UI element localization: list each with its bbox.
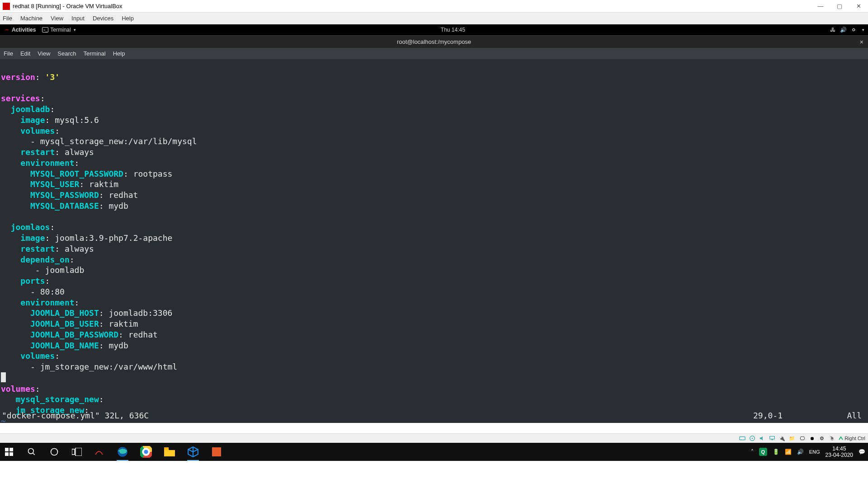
yaml-key: environment [20,298,74,307]
host-gap [0,423,868,433]
taskbar-app-chrome[interactable] [139,445,153,459]
svg-rect-7 [9,452,13,456]
tray-app-icon[interactable]: Q [759,448,767,456]
vb-network-icon[interactable] [769,435,776,442]
svg-point-9 [51,449,58,455]
cortana-button[interactable] [48,446,61,458]
yaml-env-key: JOOMLA_DB_NAME [30,341,99,350]
yaml-key: depends_on [20,255,69,264]
yaml-key: services [1,94,40,103]
yaml-value: '3' [45,72,60,82]
svg-rect-10 [72,449,75,455]
yaml-key: environment [20,158,74,168]
yaml-value: raktim [89,179,118,189]
tray-chevron-up-icon[interactable]: ˄ [751,449,754,455]
taskbar-app-generic[interactable] [92,445,106,459]
vb-menu-machine[interactable]: Machine [20,15,42,22]
svg-rect-4 [5,448,9,451]
yaml-env-key: JOOMLA_DB_USER [30,319,99,328]
virtualbox-logo-icon [3,3,10,10]
term-menu-terminal[interactable]: Terminal [84,50,106,57]
current-app-terminal[interactable]: >_ Terminal ▾ [42,27,75,33]
vb-menu-file[interactable]: File [3,15,12,22]
vb-recording-icon[interactable]: ⏺ [808,435,816,442]
vb-mouse-icon[interactable]: 🖱 [828,435,835,442]
yaml-service-name: joomladb [11,104,50,114]
vb-optical-icon[interactable] [749,435,756,442]
minimize-icon[interactable]: — [817,3,824,9]
redhat-logo-icon [4,27,10,33]
activities-button[interactable]: Activities [12,27,36,33]
taskbar-app-file-explorer[interactable] [163,445,176,459]
vb-display-icon[interactable]: 🖵 [798,435,806,442]
close-icon[interactable]: ✕ [855,3,862,9]
yaml-value: always [65,147,94,157]
vb-menu-view[interactable]: View [51,15,63,22]
term-menu-help[interactable]: Help [113,50,125,57]
vb-hdd-icon[interactable] [739,435,746,442]
virtualbox-window-title: redhat 8 [Running] - Oracle VM VirtualBo… [13,3,817,9]
svg-rect-20 [212,447,221,456]
gnome-clock[interactable]: Thu 14:45 [76,27,830,33]
gnome-top-bar: Activities >_ Terminal ▾ Thu 14:45 🖧 🔊 ⭘… [0,24,868,35]
windows-search-button[interactable] [25,446,38,458]
taskbar-app-virtualbox[interactable] [186,445,200,459]
yaml-env-key: MYSQL_ROOT_PASSWORD [30,169,123,178]
vim-scroll-pos: All [835,410,866,421]
chevron-down-icon[interactable]: ▾ [862,28,864,32]
windows-start-button[interactable] [3,446,15,458]
svg-rect-6 [5,452,9,456]
terminal-icon: >_ [42,27,48,33]
vb-host-key-indicator[interactable]: Right Ctrl [838,436,865,441]
term-menu-edit[interactable]: Edit [20,50,30,57]
tray-notifications-icon[interactable]: 💬 [859,449,865,455]
term-menu-search[interactable]: Search [57,50,76,57]
vb-cpu-icon[interactable]: ⚙ [818,435,826,442]
taskbar-app-edge[interactable] [116,445,129,459]
yaml-volume-name: mysql_storage_new [16,394,99,404]
terminal-content[interactable]: version: '3' services: joomladb: image: … [0,59,868,423]
vb-menu-help[interactable]: Help [122,15,134,22]
vb-shared-folder-icon[interactable]: 📁 [788,435,796,442]
network-icon[interactable]: 🖧 [830,27,835,33]
term-menu-view[interactable]: View [38,50,50,57]
vb-usb-icon[interactable]: 🔌 [778,435,786,442]
maximize-icon[interactable]: ▢ [836,3,843,9]
yaml-value: always [65,244,94,253]
yaml-key: version [1,72,35,82]
vb-menu-devices[interactable]: Devices [93,15,113,22]
yaml-env-key: MYSQL_DATABASE [30,201,99,211]
tray-language-icon[interactable]: ENG [809,449,820,455]
yaml-value: jm_storage_new:/var/www/html [40,362,177,371]
volume-icon[interactable]: 🔊 [840,27,847,33]
yaml-env-key: JOOMLA_DB_PASSWORD [30,330,118,339]
taskbar-app-generic2[interactable] [210,445,223,459]
virtualbox-menubar: File Machine View Input Devices Help [0,13,868,24]
task-view-button[interactable] [71,446,83,458]
svg-point-8 [28,449,34,454]
vb-menu-input[interactable]: Input [71,15,85,22]
tray-battery-icon[interactable]: 🔋 [773,449,779,455]
yaml-value: joomla:3.9-php7.2-apache [55,233,172,243]
yaml-value: mysql_storage_new:/var/lib/mysql [40,136,197,146]
yaml-key: volumes [1,384,35,394]
yaml-key: ports [20,276,45,286]
yaml-key: image [20,233,45,243]
vb-audio-icon[interactable] [759,435,766,442]
yaml-key: restart [20,244,55,253]
tray-wifi-icon[interactable]: 📶 [785,449,792,455]
power-icon[interactable]: ⭘ [851,27,857,33]
yaml-value: mydb [108,341,128,350]
vim-cursor-pos: 29,0-1 [753,410,835,421]
yaml-env-key: JOOMLA_DB_HOST [30,308,99,318]
yaml-value: rootpass [133,169,173,178]
yaml-value: mysql:5.6 [55,115,99,125]
terminal-close-button[interactable]: × [860,38,863,46]
tray-volume-icon[interactable]: 🔊 [797,449,804,455]
taskbar-clock[interactable]: 14:45 23-04-2020 [826,446,853,459]
yaml-env-key: MYSQL_USER [30,179,79,189]
terminal-title: root@localhost:/mycompose [397,38,471,45]
yaml-key: volumes [20,351,55,361]
term-menu-file[interactable]: File [4,50,13,57]
svg-point-2 [752,438,753,439]
